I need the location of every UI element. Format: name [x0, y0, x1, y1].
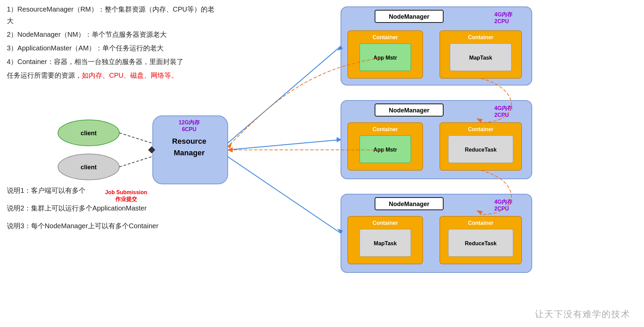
nm3-reducetask-label: ReduceTask: [465, 240, 496, 246]
rm-to-nm2-arrow: [337, 137, 341, 142]
nm3-container1-label: Container: [373, 220, 398, 226]
watermark: 让天下没有难学的技术: [535, 308, 630, 320]
nm2-container1-label: Container: [373, 126, 398, 132]
job-submission-label2: 作业提交: [115, 196, 137, 202]
nm1-appmstr-to-rm-arrow: [228, 142, 232, 148]
page: 1）ResourceManager（RM）：整个集群资源（内存、CPU等）的老大…: [0, 0, 644, 327]
rm-label2: Manager: [174, 149, 205, 157]
nm2-resource2: 2CPU: [494, 112, 509, 118]
nm2-label: NodeManager: [389, 107, 429, 114]
client2-label: client: [80, 164, 96, 171]
rm-resource2: 6CPU: [182, 126, 197, 132]
nm3-resource2: 2CPU: [494, 206, 509, 212]
rm-to-nm2-line: [228, 140, 341, 150]
rm-resource1: 12G内存: [179, 120, 200, 125]
job-submission-label1: Job Submission: [105, 189, 147, 195]
architecture-diagram: NodeManager 4G内存 2CPU Container App Mstr…: [0, 0, 644, 327]
rm-to-nm3-line: [228, 157, 341, 233]
nm1-maptask-label: MapTask: [469, 55, 492, 61]
rm-to-nm1-line: [228, 46, 341, 143]
nm3-container2-label: Container: [468, 220, 494, 226]
nm1-resource2: 2CPU: [494, 18, 509, 24]
nm3-label: NodeManager: [389, 201, 429, 207]
nm1-container2-label: Container: [468, 34, 494, 40]
nm2-container2-label: Container: [468, 126, 494, 132]
rm-label1: Resource: [172, 137, 206, 145]
nm1-appmstr-label: App Mstr: [373, 55, 397, 61]
nm3-maptask-label: MapTask: [374, 240, 396, 246]
client1-label: client: [80, 130, 96, 137]
client1-to-rm-line: [119, 133, 152, 143]
nm2-reducetask-label: ReduceTask: [465, 147, 496, 153]
client2-to-rm-line: [119, 157, 152, 167]
nm1-label: NodeManager: [389, 13, 429, 20]
nm1-container1-label: Container: [373, 34, 398, 40]
nm1-resource1: 4G内存: [494, 12, 513, 17]
